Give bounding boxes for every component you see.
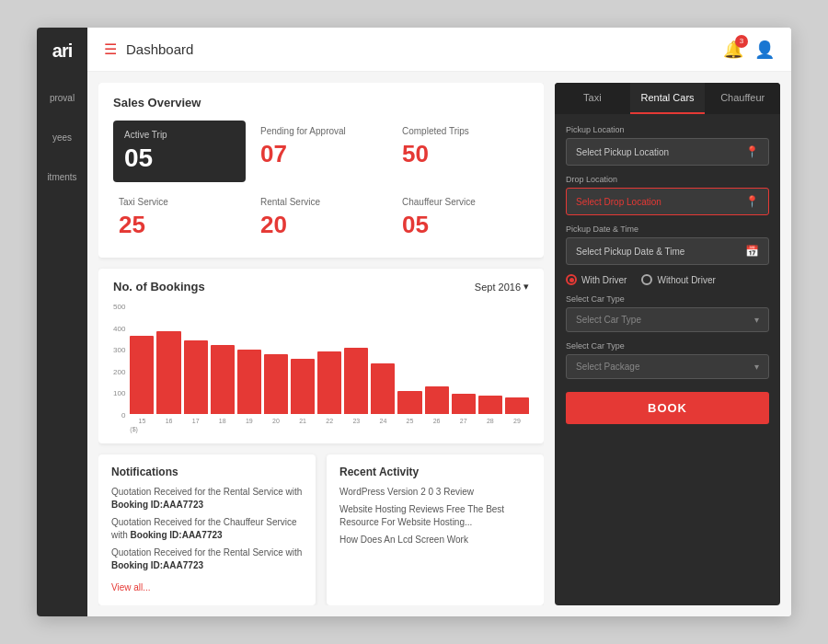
notifications-title: Notifications (111, 466, 303, 478)
stat-taxi-value: 25 (119, 211, 240, 239)
tab-chauffeur[interactable]: Chauffeur (705, 83, 780, 114)
chart-period[interactable]: Sept 2016 ▾ (475, 281, 529, 293)
notif-item-2: Quotation Received for the Rental Servic… (111, 546, 303, 572)
chevron-down-icon-2: ▾ (754, 362, 759, 372)
x-label-22: 22 (317, 418, 341, 424)
with-driver-radio[interactable] (566, 274, 577, 285)
chart-title: No. of Bookings (113, 280, 205, 293)
x-label-18: 18 (211, 418, 235, 424)
bar-28 (478, 396, 502, 414)
booking-id-0: Booking ID:AAA7723 (111, 500, 203, 510)
notif-item-1: Quotation Received for the Chauffeur Ser… (111, 516, 303, 542)
bar-col-20 (264, 354, 288, 414)
bar-16 (156, 331, 180, 414)
drop-pin-icon: 📍 (745, 195, 759, 208)
notifications-card: Notifications Quotation Received for the… (98, 454, 316, 605)
x-label-17: 17 (184, 418, 208, 424)
package-label: Select Car Type (566, 341, 769, 351)
x-label-26: 26 (425, 418, 449, 424)
stat-active-trip-value: 05 (124, 144, 235, 173)
stat-pending: Pending for Approval 07 (255, 121, 387, 182)
stat-taxi-label: Taxi Service (119, 197, 240, 207)
booking-panel: Taxi Rental Cars Chauffeur Pickup Locati… (555, 83, 780, 605)
booking-id-2: Booking ID:AAA7723 (111, 560, 203, 570)
x-label-20: 20 (264, 418, 288, 424)
notif-item-0: Quotation Received for the Rental Servic… (111, 486, 303, 512)
without-driver-radio[interactable] (641, 274, 652, 285)
stats-grid: Active Trip 05 Pending for Approval 07 C… (113, 121, 529, 245)
tab-rental-cars[interactable]: Rental Cars (630, 83, 706, 114)
car-type-group: Select Car Type Select Car Type ▾ (566, 294, 769, 332)
bar-21 (291, 359, 315, 414)
bar-col-24 (371, 363, 395, 414)
view-all-link[interactable]: View all... (111, 582, 151, 592)
bar-25 (397, 391, 421, 414)
x-unit: ($) (130, 426, 529, 432)
pickup-location-input[interactable]: Select Pickup Location 📍 (566, 138, 769, 166)
recent-activity-card: Recent Activity WordPress Version 2 0 3 … (327, 454, 544, 605)
bar-col-23 (344, 348, 368, 414)
chart-header: No. of Bookings Sept 2016 ▾ (113, 280, 529, 293)
main-content: ☰ Dashboard 🔔 3 👤 Sales Overview (87, 28, 791, 616)
x-label-28: 28 (478, 418, 502, 424)
stat-rental-value: 20 (260, 211, 382, 239)
sidebar-item-appointments[interactable]: itments (37, 168, 87, 186)
bar-24 (371, 363, 395, 414)
bar-col-19 (237, 350, 261, 414)
y-axis: 500 400 300 200 100 0 (113, 303, 130, 432)
sidebar-item-approval[interactable]: proval (37, 89, 87, 107)
bar-col-26 (425, 386, 449, 414)
package-select[interactable]: Select Package ▾ (566, 354, 769, 379)
notifications-bell[interactable]: 🔔 3 (723, 40, 743, 60)
sales-overview-card: Sales Overview Active Trip 05 Pending fo… (98, 83, 544, 258)
stat-active-trip: Active Trip 05 (113, 121, 246, 182)
bar-col-18 (211, 345, 235, 414)
x-labels: 151617181920212223242526272829 (130, 418, 529, 424)
chevron-down-icon: ▾ (754, 315, 759, 325)
x-label-23: 23 (344, 418, 368, 424)
stat-completed-label: Completed Trips (402, 126, 523, 136)
header: ☰ Dashboard 🔔 3 👤 (87, 28, 791, 72)
activity-item-0: WordPress Version 2 0 3 Review (339, 486, 531, 499)
x-label-21: 21 (291, 418, 315, 424)
drop-location-group: Drop Location Select Drop Location 📍 (566, 175, 769, 215)
stat-completed-value: 50 (402, 140, 523, 168)
notification-badge: 3 (735, 35, 748, 48)
stat-rental-label: Rental Service (260, 197, 382, 207)
x-label-24: 24 (371, 418, 395, 424)
x-label-16: 16 (156, 418, 180, 424)
x-label-25: 25 (397, 418, 421, 424)
stat-pending-label: Pending for Approval (260, 126, 382, 136)
datetime-group: Pickup Date & Time Select Pickup Date & … (566, 224, 769, 265)
bar-col-15 (130, 336, 154, 414)
bar-col-29 (505, 397, 529, 414)
bar-17 (184, 340, 208, 414)
chevron-down-icon: ▾ (523, 281, 529, 293)
pickup-location-group: Pickup Location Select Pickup Location 📍 (566, 125, 769, 166)
tab-taxi[interactable]: Taxi (555, 83, 630, 114)
without-driver-option[interactable]: Without Driver (641, 274, 715, 285)
car-type-label: Select Car Type (566, 294, 769, 304)
bar-29 (505, 397, 529, 414)
x-label-15: 15 (130, 418, 154, 424)
with-driver-option[interactable]: With Driver (566, 274, 627, 285)
header-right: 🔔 3 👤 (723, 40, 775, 60)
bar-col-21 (291, 359, 315, 414)
x-label-29: 29 (505, 418, 529, 424)
bar-col-16 (156, 331, 180, 414)
user-icon[interactable]: 👤 (754, 40, 775, 60)
drop-location-input[interactable]: Select Drop Location 📍 (566, 188, 769, 215)
header-left: ☰ Dashboard (104, 40, 193, 58)
bar-15 (130, 336, 154, 414)
sidebar-item-employees[interactable]: yees (37, 129, 87, 146)
x-label-19: 19 (237, 418, 261, 424)
bar-23 (344, 348, 368, 414)
stat-chauffeur: Chauffeur Service 05 (397, 191, 529, 245)
bookings-chart-card: No. of Bookings Sept 2016 ▾ 500 400 300 … (98, 269, 544, 443)
menu-icon[interactable]: ☰ (104, 40, 117, 58)
pickup-location-label: Pickup Location (566, 125, 769, 134)
datetime-input[interactable]: Select Pickup Date & Time 📅 (566, 237, 769, 265)
book-button[interactable]: BOOK (566, 392, 769, 424)
car-type-select[interactable]: Select Car Type ▾ (566, 307, 769, 332)
stat-chauffeur-value: 05 (402, 211, 523, 239)
